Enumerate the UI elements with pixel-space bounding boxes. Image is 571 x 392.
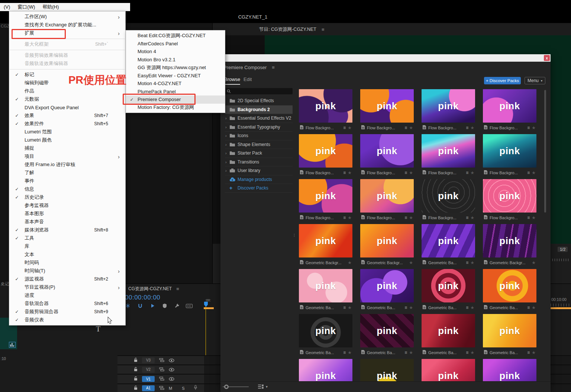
template-tile[interactable]: pinkFlow Backgro...≡★ — [360, 89, 414, 133]
timeline-header[interactable]: CG资源网-CGZY.NET ≡ — [128, 286, 179, 292]
template-thumbnail[interactable]: pink — [483, 314, 536, 347]
sidebar-item-2d-special-effects[interactable]: 2D Special Effects — [225, 97, 293, 106]
sidebar-item-starter-pack[interactable]: ›Starter Pack — [225, 149, 293, 158]
template-thumbnail[interactable]: pink — [360, 269, 414, 302]
tile-menu-icon[interactable]: ≡ — [343, 350, 346, 355]
type-tool-icon[interactable]: T — [96, 325, 100, 333]
chevron-right-icon[interactable]: › — [225, 133, 229, 138]
tile-menu-icon[interactable]: ≡ — [466, 260, 468, 265]
mic-icon[interactable] — [194, 385, 197, 392]
template-thumbnail[interactable]: pink — [422, 179, 475, 213]
template-thumbnail[interactable]: pink — [483, 89, 536, 123]
window-menu-item[interactable]: 捕捉 — [9, 144, 125, 152]
window-menu-item[interactable]: ✓音频剪辑混合器Shift+9 — [9, 308, 125, 316]
sidebar-item-discover-packs[interactable]: +Discover Packs — [225, 184, 293, 193]
favorite-star-icon[interactable]: ★ — [532, 125, 536, 130]
template-tile[interactable]: pinkFlow Backgro...≡★ — [299, 89, 352, 133]
window-menu-item[interactable]: 进度 — [9, 291, 125, 299]
favorite-star-icon[interactable]: ★ — [348, 170, 352, 175]
panel-menu-icon[interactable]: ≡ — [322, 27, 325, 32]
insert-icon[interactable] — [149, 303, 155, 309]
template-tile[interactable]: pinkGeometric Ba...≡★ — [483, 269, 536, 313]
template-thumbnail[interactable]: pink — [422, 89, 475, 123]
template-thumbnail[interactable]: pink — [299, 179, 352, 213]
favorite-star-icon[interactable]: ★ — [348, 215, 352, 220]
panel-divider-handle[interactable]: ⁞ — [294, 234, 295, 236]
template-thumbnail[interactable]: pink — [483, 359, 536, 381]
eye-icon[interactable] — [169, 376, 174, 382]
window-menu-item[interactable]: DVA Export Queue Panel — [9, 103, 125, 111]
composer-titlebar[interactable]: x — [220, 54, 551, 62]
template-tile[interactable]: pinkGeometric Ba...≡★ — [483, 314, 536, 358]
template-tile[interactable]: pinkGeometric Ba...≡★ — [299, 314, 352, 358]
chevron-right-icon[interactable]: › — [225, 116, 229, 120]
tile-menu-icon[interactable]: ≡ — [466, 125, 468, 130]
window-menu-item[interactable]: 了解 — [9, 169, 125, 177]
chevron-right-icon[interactable]: › — [225, 142, 229, 147]
window-menu-item[interactable]: 事件 — [9, 177, 125, 185]
window-menu-item[interactable]: 参考监视器 — [9, 201, 125, 210]
template-tile[interactable]: pinkFlow Backgro...≡★ — [422, 134, 475, 178]
favorite-star-icon[interactable]: ★ — [409, 170, 413, 175]
window-menu-item[interactable]: 时间码 — [9, 259, 125, 267]
menubar-item[interactable]: (V) — [0, 4, 14, 10]
template-tile[interactable]: pinkFlow Backgro...≡★ — [483, 89, 536, 133]
template-thumbnail[interactable]: pink — [360, 134, 414, 168]
favorite-star-icon[interactable]: ★ — [470, 215, 474, 220]
tile-menu-icon[interactable]: ≡ — [466, 215, 468, 220]
sidebar-item-essential-typography[interactable]: ›Essential Typography — [225, 123, 293, 132]
template-tile[interactable]: pinkFlow Backgro...≡★ — [483, 179, 536, 223]
favorite-star-icon[interactable]: ★ — [348, 125, 352, 130]
tile-menu-icon[interactable]: ≡ — [343, 125, 346, 130]
audio-meter-icon[interactable] — [9, 342, 16, 348]
window-menu-item[interactable]: 节目监视器(P)› — [9, 283, 125, 291]
eye-icon[interactable] — [169, 366, 174, 373]
template-tile[interactable]: pinkGeometric Backgr...★ — [483, 224, 536, 268]
template-tile[interactable]: pinkGeometric Ba...≡★ — [360, 314, 414, 358]
extension-menu-item[interactable]: Motion 4 — [126, 48, 225, 56]
template-tile[interactable]: pink — [299, 359, 352, 381]
window-menu-item[interactable]: ✓历史记录 — [9, 193, 125, 201]
sync-lock-icon[interactable] — [159, 366, 164, 373]
tile-menu-icon[interactable]: ≡ — [527, 170, 530, 175]
favorite-star-icon[interactable]: ★ — [470, 260, 474, 265]
tile-menu-icon[interactable]: ≡ — [404, 350, 407, 355]
panel-menu-icon[interactable]: ≡ — [272, 65, 275, 70]
template-thumbnail[interactable]: pink — [483, 179, 536, 213]
program-monitor-header[interactable]: 节目: CG资源网-CGZY.NET ≡ — [259, 26, 325, 33]
sidebar-item-icons[interactable]: ›Icons — [225, 132, 293, 140]
sidebar-item-user-library[interactable]: ›User library — [225, 166, 293, 175]
template-thumbnail[interactable]: pink — [299, 134, 352, 168]
playhead-marker[interactable] — [204, 301, 208, 309]
favorite-star-icon[interactable]: ★ — [409, 215, 413, 220]
solo-button[interactable]: S — [182, 386, 184, 391]
window-menu-item[interactable]: ✓工具 — [9, 234, 125, 242]
captions-icon[interactable]: CC — [186, 303, 192, 309]
tab-edit[interactable]: Edit — [243, 77, 252, 82]
favorite-star-icon[interactable]: ★ — [348, 350, 352, 355]
tile-menu-icon[interactable]: ≡ — [527, 350, 530, 355]
extension-menu-item[interactable]: Motion Bro v3.2.1 — [126, 56, 225, 64]
extension-menu-item[interactable]: Motion 4-CGZY.NET — [126, 80, 225, 88]
template-thumbnail[interactable]: pink — [360, 359, 414, 381]
template-tile[interactable]: pinkFlow Backgro...≡★ — [422, 179, 475, 223]
template-thumbnail[interactable]: pink — [360, 89, 414, 123]
window-menu-item[interactable]: ✓元数据 — [9, 95, 125, 103]
template-tile[interactable]: pinkFlow Backgro...≡★ — [299, 179, 352, 223]
template-tile[interactable]: pinkGeometric Ba...≡★ — [422, 224, 475, 268]
favorite-star-icon[interactable]: ★ — [470, 350, 474, 355]
work-area-bar[interactable] — [551, 307, 571, 309]
template-tile[interactable]: pinkFlow Backgro...≡★ — [422, 89, 475, 133]
favorite-star-icon[interactable]: ★ — [532, 170, 536, 175]
sidebar-item-transitions[interactable]: ›Transitions — [225, 158, 293, 167]
template-tile[interactable]: pinkGeometric Backgr...★ — [299, 224, 352, 268]
marker-shield-icon[interactable] — [162, 303, 168, 309]
template-tile[interactable]: pinkGeometric Backgr...★ — [360, 224, 414, 268]
template-thumbnail[interactable]: pink — [299, 314, 352, 347]
template-thumbnail[interactable]: pink — [422, 134, 475, 168]
window-menu-item[interactable]: ✓源监视器Shift+2 — [9, 275, 125, 283]
favorite-star-icon[interactable]: ★ — [532, 260, 536, 265]
menubar-item[interactable]: 帮助(H) — [39, 4, 62, 10]
favorite-star-icon[interactable]: ★ — [470, 125, 474, 130]
template-tile[interactable]: pinkGeometric Ba...≡★ — [422, 269, 475, 313]
